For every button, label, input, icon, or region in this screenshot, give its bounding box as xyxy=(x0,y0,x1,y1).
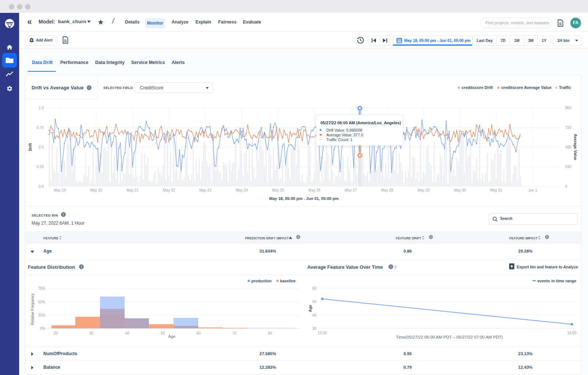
svg-text:May 24: May 24 xyxy=(236,188,248,192)
svg-text:May 31: May 31 xyxy=(490,188,502,192)
svg-text:Average Value: Average Value xyxy=(573,134,578,160)
svg-text:May 19: May 19 xyxy=(54,188,66,192)
svg-text:14:00: 14:00 xyxy=(567,331,576,335)
svg-text:0: 0 xyxy=(565,185,567,189)
svg-text:75%: 75% xyxy=(38,286,45,290)
svg-text:30: 30 xyxy=(89,331,94,335)
svg-text:May 21: May 21 xyxy=(126,188,139,192)
svg-text:80: 80 xyxy=(268,331,272,335)
svg-text:May 28: May 28 xyxy=(381,188,393,192)
svg-text:Relative Frequency: Relative Frequency xyxy=(31,293,35,325)
svg-text:50%: 50% xyxy=(38,300,45,304)
svg-text:May 20: May 20 xyxy=(90,188,102,192)
svg-text:Age: Age xyxy=(308,305,312,312)
svg-text:240: 240 xyxy=(565,165,571,169)
svg-text:13:00: 13:00 xyxy=(318,331,327,335)
svg-text:1.0: 1.0 xyxy=(39,106,44,110)
svg-text:May 22: May 22 xyxy=(163,188,175,192)
svg-text:720: 720 xyxy=(565,126,571,130)
svg-text:0.75: 0.75 xyxy=(37,126,44,130)
svg-text:Age: Age xyxy=(168,334,175,339)
svg-text:May 26: May 26 xyxy=(308,188,320,192)
svg-text:40: 40 xyxy=(125,331,129,335)
svg-text:25%: 25% xyxy=(38,313,45,317)
svg-text:50: 50 xyxy=(161,331,165,335)
svg-text:May 25: May 25 xyxy=(272,188,284,192)
svg-text:30: 30 xyxy=(312,326,317,331)
svg-text:May 18, 05:00 pm - Jun 01, 05:: May 18, 05:00 pm - Jun 01, 05:00 pm xyxy=(269,196,339,201)
svg-text:60: 60 xyxy=(312,286,317,290)
svg-text:0.0: 0.0 xyxy=(39,185,44,189)
svg-text:40: 40 xyxy=(312,313,317,317)
svg-text:960: 960 xyxy=(565,106,571,110)
svg-text:May 23: May 23 xyxy=(199,188,211,192)
svg-text:Jun 1: Jun 1 xyxy=(528,188,537,192)
svg-text:0.5: 0.5 xyxy=(39,145,44,149)
svg-text:May 29: May 29 xyxy=(417,188,430,192)
svg-text:20: 20 xyxy=(54,331,58,335)
svg-text:480: 480 xyxy=(565,145,571,149)
svg-text:50: 50 xyxy=(312,300,317,304)
svg-text:0%: 0% xyxy=(40,326,46,331)
svg-text:May 30: May 30 xyxy=(454,188,466,192)
svg-text:May 27: May 27 xyxy=(345,188,357,192)
svg-text:60: 60 xyxy=(197,331,201,335)
svg-text:Drift: Drift xyxy=(28,143,32,151)
svg-text:Time(05/27/22 06:00 AM PDT – 0: Time(05/27/22 06:00 AM PDT – 05/27/22 07… xyxy=(396,335,503,339)
svg-text:70: 70 xyxy=(232,331,237,335)
svg-text:0.25: 0.25 xyxy=(37,165,44,169)
